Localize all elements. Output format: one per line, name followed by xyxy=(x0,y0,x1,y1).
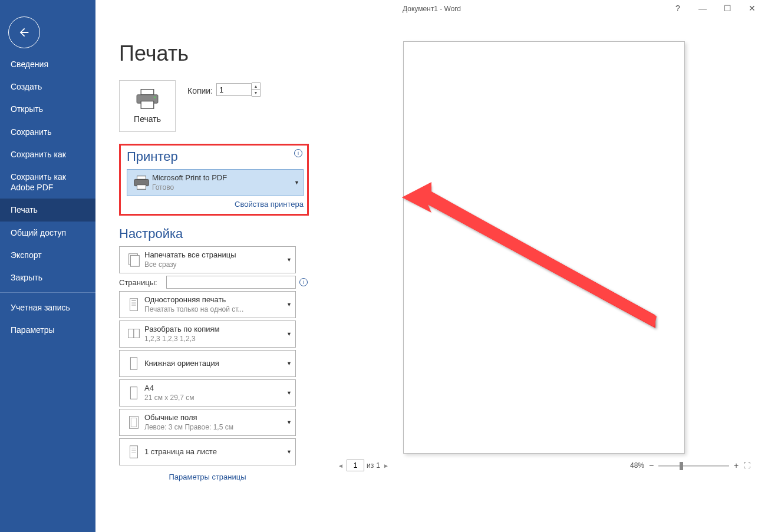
svg-rect-13 xyxy=(128,329,134,338)
preview-statusbar: ◄ из 1 ► 48% − + ⛶ xyxy=(337,454,750,471)
page-total: 1 xyxy=(376,461,380,470)
pages-info-icon[interactable]: i xyxy=(299,278,308,286)
paper-dropdown[interactable]: A421 см x 29,7 см ▼ xyxy=(119,379,296,407)
nav-print[interactable]: Печать xyxy=(0,199,95,221)
printer-name: Microsoft Print to PDF xyxy=(152,173,292,183)
printer-section-outlined: Принтер i Microsoft Print to PDF Готово … xyxy=(119,144,309,216)
per-sheet-dropdown[interactable]: 1 страница на листе ▼ xyxy=(119,438,296,465)
nav-save-pdf[interactable]: Сохранить как Adobe PDF xyxy=(0,166,95,199)
zoom-out-button[interactable]: − xyxy=(648,461,655,470)
main: Печать Печать Копии: ▲▼ xyxy=(95,0,768,532)
next-page-button[interactable]: ► xyxy=(383,462,390,469)
svg-rect-0 xyxy=(141,90,154,95)
nav-close[interactable]: Закрыть xyxy=(0,266,95,289)
page-setup-link[interactable]: Параметры страницы xyxy=(169,472,246,481)
nav-account[interactable]: Учетная запись xyxy=(0,296,95,319)
fit-to-page-button[interactable]: ⛶ xyxy=(743,461,750,470)
svg-rect-19 xyxy=(130,446,137,458)
help-button[interactable]: ? xyxy=(673,4,683,13)
minimize-button[interactable]: — xyxy=(697,4,708,13)
nav-info[interactable]: Сведения xyxy=(0,53,95,75)
chevron-down-icon: ▼ xyxy=(286,390,292,396)
preview-page xyxy=(403,41,685,454)
printer-icon xyxy=(134,88,160,110)
pages-label: Страницы: xyxy=(119,278,166,287)
svg-rect-14 xyxy=(134,329,139,338)
pages-icon xyxy=(123,249,144,270)
zoom-slider[interactable] xyxy=(658,465,729,467)
nav-options[interactable]: Параметры xyxy=(0,319,95,341)
paper-icon xyxy=(123,382,144,404)
print-button-label: Печать xyxy=(134,114,161,124)
printer-properties-link[interactable]: Свойства принтера xyxy=(235,200,304,209)
collate-dropdown[interactable]: Разобрать по копиям1,2,3 1,2,3 1,2,3 ▼ xyxy=(119,320,296,348)
svg-rect-6 xyxy=(137,185,146,190)
close-button[interactable]: ✕ xyxy=(747,4,757,13)
printer-info-icon[interactable]: i xyxy=(294,149,302,157)
nav-new[interactable]: Создать xyxy=(0,75,95,98)
back-button[interactable] xyxy=(8,16,40,48)
zoom-in-button[interactable]: + xyxy=(733,461,740,470)
chevron-down-icon: ▼ xyxy=(286,302,292,308)
chevron-down-icon: ▼ xyxy=(286,419,292,425)
printer-device-icon xyxy=(131,172,152,193)
svg-rect-4 xyxy=(137,176,146,180)
settings-section-title: Настройка xyxy=(119,226,309,242)
collate-icon xyxy=(123,323,144,345)
orientation-icon xyxy=(123,353,144,374)
nav-save[interactable]: Сохранить xyxy=(0,121,95,143)
current-page-input[interactable] xyxy=(347,460,364,471)
chevron-down-icon: ▼ xyxy=(286,449,292,455)
prev-page-button[interactable]: ◄ xyxy=(337,462,344,469)
copies-label: Копии: xyxy=(187,86,213,95)
preview-column: ◄ из 1 ► 48% − + ⛶ xyxy=(319,24,768,532)
nav-open[interactable]: Открыть xyxy=(0,98,95,120)
settings-column: Печать Печать Копии: ▲▼ xyxy=(95,24,319,532)
copies-spinner[interactable]: ▲▼ xyxy=(252,82,261,97)
printer-section-title: Принтер xyxy=(127,149,301,164)
print-button[interactable]: Печать xyxy=(119,80,176,132)
svg-point-3 xyxy=(154,97,156,99)
maximize-button[interactable]: ☐ xyxy=(722,4,733,13)
zoom-value: 48% xyxy=(630,461,644,470)
print-what-dropdown[interactable]: Напечатать все страницыВсе сразу ▼ xyxy=(119,246,296,273)
printer-dropdown[interactable]: Microsoft Print to PDF Готово ▼ xyxy=(127,169,304,196)
nav-share[interactable]: Общий доступ xyxy=(0,222,95,244)
svg-rect-15 xyxy=(130,358,137,370)
pages-input[interactable] xyxy=(166,276,296,289)
nav-export[interactable]: Экспорт xyxy=(0,244,95,266)
svg-rect-9 xyxy=(130,299,137,311)
margins-icon xyxy=(123,412,144,433)
chevron-down-icon: ▼ xyxy=(286,361,292,366)
svg-rect-16 xyxy=(130,387,137,399)
page-side-icon xyxy=(123,294,144,315)
printer-status: Готово xyxy=(152,183,292,192)
chevron-down-icon: ▼ xyxy=(286,257,292,263)
page-title: Печать xyxy=(119,41,309,66)
page-sep: из xyxy=(367,461,374,470)
chevron-down-icon: ▼ xyxy=(294,180,299,186)
titlebar: Документ1 - Word ? — ☐ ✕ xyxy=(95,0,768,18)
nav-save-as[interactable]: Сохранить как xyxy=(0,143,95,166)
copies-input[interactable] xyxy=(216,83,252,96)
orientation-dropdown[interactable]: Книжная ориентация ▼ xyxy=(119,350,296,377)
window-title: Документ1 - Word xyxy=(403,5,461,13)
sides-dropdown[interactable]: Односторонняя печатьПечатать только на о… xyxy=(119,291,296,318)
per-sheet-icon xyxy=(123,441,144,462)
svg-rect-8 xyxy=(130,256,139,267)
margins-dropdown[interactable]: Обычные поляЛевое: 3 см Правое: 1,5 см ▼ xyxy=(119,409,296,436)
chevron-down-icon: ▼ xyxy=(286,331,292,337)
sidebar: Сведения Создать Открыть Сохранить Сохра… xyxy=(0,0,95,532)
svg-rect-2 xyxy=(141,101,154,109)
